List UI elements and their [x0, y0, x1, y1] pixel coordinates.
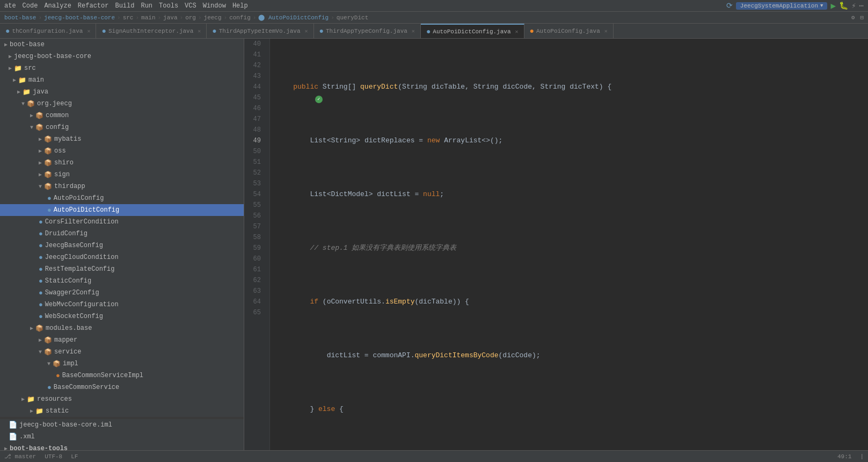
sidebar-item-basecommonimpl[interactable]: ● BaseCommonServiceImpl: [0, 370, 244, 381]
coverage-button[interactable]: ⚡: [851, 1, 856, 10]
sidebar-item-config[interactable]: ▼ 📦 config: [0, 121, 244, 133]
menu-run[interactable]: Run: [141, 2, 152, 10]
sidebar-item-java[interactable]: ▶ 📁 java: [0, 86, 244, 98]
arrow-icon-config: ▼: [30, 125, 33, 131]
sidebar-item-core[interactable]: ▶ jeecg-boot-base-core: [0, 50, 244, 62]
menu-build[interactable]: Build: [115, 2, 134, 10]
breadcrumb-core[interactable]: jeecg-boot-base-core: [44, 15, 115, 21]
sidebar-item-jeecgbase[interactable]: ● JeecgBaseConfig: [0, 240, 244, 251]
tab-thconfiguration[interactable]: ● thConfiguration.java ✕: [0, 24, 96, 38]
tab-signauth[interactable]: ● SignAuthInterceptor.java ✕: [96, 24, 207, 38]
arrow-icon-java: ▶: [17, 89, 20, 95]
sidebar-item-iml[interactable]: 📄 jeecg-boot-base-core.iml: [0, 419, 244, 431]
breadcrumb-autopoiconfig[interactable]: ⬤ AutoPoiDictConfig: [258, 14, 329, 21]
sidebar-item-xml[interactable]: 📄 .xml: [0, 431, 244, 443]
linenum-40: 40: [244, 39, 265, 49]
sidebar-item-mapper[interactable]: ▶ 📦 mapper: [0, 334, 244, 346]
menu-vcs[interactable]: VCS: [185, 2, 196, 10]
line45-code: dictList = commonAPI.queryDictItemsByCod…: [276, 350, 541, 361]
sidebar-item-swagger[interactable]: ● Swagger2Config: [0, 287, 244, 299]
linenum-44: 44: [244, 82, 265, 92]
arrow-icon-resources: ▶: [21, 396, 25, 402]
sidebar-item-staticfolder[interactable]: ▶ 📁 static: [0, 405, 244, 417]
menu-help[interactable]: Help: [232, 2, 248, 10]
sidebar-item-modulesbase[interactable]: ▶ 📦 modules.base: [0, 322, 244, 334]
settings-icon[interactable]: ⚙: [851, 14, 855, 21]
tab-close-dict[interactable]: ✕: [515, 28, 519, 35]
green-dot-40: ✓: [265, 83, 323, 115]
sidebar-item-thirdapp[interactable]: ▼ 📦 thirdapp: [0, 181, 244, 192]
tab-autopoiconfig[interactable]: ● AutoPoiConfig.java ✕: [524, 24, 614, 38]
status-git[interactable]: ⎇ master: [4, 453, 36, 460]
menu-refactor[interactable]: Refactor: [78, 2, 109, 10]
breadcrumb-org[interactable]: org: [185, 15, 196, 21]
split-icon[interactable]: ⊟: [860, 14, 864, 21]
menu-tools[interactable]: Tools: [159, 2, 178, 10]
breadcrumb-bootbase[interactable]: boot-base: [4, 15, 36, 21]
status-encoding[interactable]: UTF-8: [45, 453, 62, 460]
sep8: ›: [253, 15, 257, 21]
debug-button[interactable]: 🐛: [839, 1, 848, 10]
run-button[interactable]: ▶: [830, 1, 836, 11]
breadcrumb-main[interactable]: main: [141, 15, 155, 21]
sidebar-item-shiro[interactable]: ▶ 📦 shiro: [0, 157, 244, 169]
tab-thirdapptypeconfig[interactable]: ● ThirdAppTypeConfig.java ✕: [314, 24, 421, 38]
tab-label-sign: SignAuthInterceptor.java: [108, 28, 193, 34]
sidebar-item-service[interactable]: ▼ 📦 service: [0, 346, 244, 358]
sidebar-item-jeecgcloud[interactable]: ● JeecgCloudCondition: [0, 251, 244, 263]
sidebar-item-resources[interactable]: ▶ 📁 resources: [0, 393, 244, 405]
menu-window[interactable]: Window: [203, 2, 226, 10]
sidebar-item-bootbasetools[interactable]: ▶ boot-base-tools: [0, 443, 244, 450]
sidebar-item-autopoiconfig[interactable]: ● AutoPoiConfig: [0, 192, 244, 204]
sidebar-item-src[interactable]: ▶ 📁 src: [0, 62, 244, 74]
tab-icon-sign: ●: [101, 27, 106, 35]
tab-close-th[interactable]: ✕: [87, 28, 90, 34]
menu-code[interactable]: Code: [23, 2, 38, 10]
tab-close-sign[interactable]: ✕: [198, 28, 201, 34]
sidebar-item-boot-base[interactable]: ▶ boot-base: [0, 39, 244, 50]
java-icon-basecommon: ●: [47, 384, 52, 392]
tab-icon-dict: ●: [426, 27, 431, 36]
java-icon-jeecgcloud: ●: [39, 254, 43, 262]
more-actions-button[interactable]: ⋯: [859, 1, 864, 10]
breadcrumb-querydict[interactable]: queryDict: [337, 15, 368, 21]
sidebar-item-oss[interactable]: ▶ 📦 oss: [0, 145, 244, 157]
sidebar-item-static[interactable]: ● StaticConfig: [0, 275, 244, 287]
sidebar-item-sign[interactable]: ▶ 📦 sign: [0, 169, 244, 181]
code-area[interactable]: 40 41 42 43 44 45 46 47 48 49 50 51 52 5…: [244, 39, 868, 450]
linenum-49: 49: [244, 135, 265, 146]
sidebar-item-websocket[interactable]: ● WebSocketConfig: [0, 311, 244, 322]
menu-ate[interactable]: ate: [4, 2, 16, 10]
sidebar-item-resttemplate[interactable]: ● RestTemplateConfig: [0, 263, 244, 275]
sidebar-item-autopoidictconfig[interactable]: ● AutoPoiDictConfig: [0, 204, 244, 216]
breadcrumb-src[interactable]: src: [123, 15, 134, 21]
menu-analyze[interactable]: Analyze: [44, 2, 71, 10]
sidebar-item-cors[interactable]: ● CorsFilterCondition: [0, 216, 244, 228]
tab-close-thirdconfig[interactable]: ✕: [412, 28, 415, 34]
breadcrumb-jeecg[interactable]: jeecg: [204, 15, 222, 21]
sidebar-item-common[interactable]: ▶ 📦 common: [0, 110, 244, 121]
tab-autopoidictconfig[interactable]: ● AutoPoiDictConfig.java ✕: [421, 24, 524, 38]
sidebar-item-mybatis[interactable]: ▶ 📦 mybatis: [0, 133, 244, 145]
breadcrumb-java[interactable]: java: [163, 15, 177, 21]
linenum-61: 61: [244, 264, 265, 275]
sidebar-item-impl[interactable]: ▼ 📦 impl: [0, 358, 244, 370]
run-config-dropdown[interactable]: JeecgSystemApplication ▼: [736, 2, 828, 10]
arrow-icon-mapper: ▶: [39, 337, 42, 343]
linenum-50: 50: [244, 146, 265, 157]
menu-bar: ate Code Analyze Refactor Build Run Tool…: [0, 0, 868, 12]
sidebar-item-druid[interactable]: ● DruidConfig: [0, 228, 244, 240]
sidebar-item-basecommon[interactable]: ● BaseCommonService: [0, 381, 244, 393]
status-bar: ⎇ master UTF-8 LF 49:1 |: [0, 450, 868, 462]
sync-icon[interactable]: ⟳: [726, 1, 733, 10]
linenum-51: 51: [244, 157, 265, 168]
tab-close-item[interactable]: ✕: [305, 28, 308, 34]
sidebar-item-webmvc[interactable]: ● WebMvcConfiguration: [0, 299, 244, 311]
tab-close-autopoi[interactable]: ✕: [604, 28, 608, 34]
tab-thirdapptypeitem[interactable]: ● ThirdAppTypeItemVo.java ✕: [207, 24, 313, 38]
status-line-ending[interactable]: LF: [71, 453, 78, 460]
breadcrumb-config[interactable]: config: [229, 15, 251, 21]
code-content[interactable]: ✓ public String[] queryDict(String dicTa…: [270, 39, 868, 450]
sidebar-item-main[interactable]: ▶ 📁 main: [0, 74, 244, 86]
sidebar-item-orgjeecg[interactable]: ▼ 📦 org.jeecg: [0, 98, 244, 110]
